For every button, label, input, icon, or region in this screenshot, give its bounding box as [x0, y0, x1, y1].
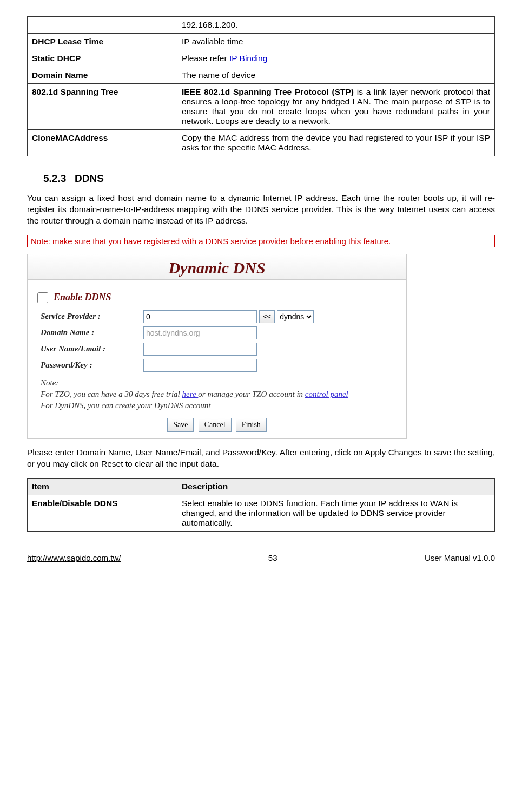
button-row: Save Cancel Finish	[35, 418, 399, 432]
footer-right: User Manual v1.0.0	[425, 553, 495, 562]
ddns-panel: Dynamic DNS Enable DDNS Service Provider…	[27, 254, 407, 439]
cell-item: 802.1d Spanning Tree	[28, 84, 177, 130]
table-row: 802.1d Spanning Tree IEEE 802.1d Spannin…	[28, 84, 495, 130]
input-password[interactable]	[143, 359, 257, 372]
input-user-name[interactable]	[143, 343, 257, 356]
page-footer: http://www.sapido.com.tw/ 53 User Manual…	[27, 553, 495, 562]
table-row: 192.168.1.200.	[28, 17, 495, 34]
section-paragraph-1: You can assign a fixed host and domain n…	[27, 193, 495, 227]
cancel-button[interactable]: Cancel	[199, 418, 232, 432]
text: Please refer	[182, 54, 229, 63]
cell-item: Domain Name	[28, 67, 177, 84]
section-heading: 5.2.3 DDNS	[43, 173, 495, 185]
ddns-description-table: Item Description Enable/Disable DDNS Sel…	[27, 478, 495, 532]
header-desc: Description	[177, 478, 495, 495]
section-paragraph-2: Please enter Domain Name, User Name/Emai…	[27, 447, 495, 470]
note-box: Note: make sure that you have registered…	[27, 235, 495, 247]
table-header-row: Item Description	[28, 478, 495, 495]
cell-desc: Copy the MAC address from the device you…	[177, 130, 495, 156]
here-link[interactable]: here	[182, 390, 199, 398]
table-row: Domain Name The name of device	[28, 67, 495, 84]
ddns-title-text: Dynamic DNS	[168, 259, 265, 277]
save-button[interactable]: Save	[167, 418, 194, 432]
config-table-top: 192.168.1.200. DHCP Lease Time IP avalia…	[27, 16, 495, 156]
ip-binding-link[interactable]: IP Binding	[229, 54, 267, 63]
table-row: DHCP Lease Time IP avaliable time	[28, 34, 495, 50]
label-service-provider: Service Provider :	[41, 312, 143, 321]
label-password: Password/Key :	[41, 361, 143, 370]
control-panel-link[interactable]: control panel	[305, 390, 348, 398]
cell-desc: The name of device	[177, 67, 495, 84]
input-service-provider[interactable]	[143, 310, 257, 323]
ddns-panel-body: Enable DDNS Service Provider : << dyndns…	[28, 280, 406, 438]
note-line1a: For TZO, you can have a 30 days free tri…	[41, 390, 182, 398]
section-number: 5.2.3	[43, 173, 66, 184]
row-user-name: User Name/Email :	[35, 343, 399, 356]
cell-desc: Select enable to use DDNS function. Each…	[177, 495, 495, 531]
section-title: DDNS	[75, 173, 104, 184]
cell-item: CloneMACAddress	[28, 130, 177, 156]
footer-page-number: 53	[268, 553, 277, 562]
text-bold: IEEE 802.1d Spanning Tree Protocol (STP)	[182, 87, 354, 96]
arrow-button[interactable]: <<	[259, 310, 275, 323]
cell-desc: IP avaliable time	[177, 34, 495, 50]
enable-ddns-label: Enable DDNS	[54, 292, 111, 303]
header-item: Item	[28, 478, 177, 495]
cell-item: Enable/Disable DDNS	[28, 495, 177, 531]
cell-desc: IEEE 802.1d Spanning Tree Protocol (STP)…	[177, 84, 495, 130]
cell-desc: Please refer IP Binding	[177, 50, 495, 67]
label-domain-name: Domain Name :	[41, 328, 143, 337]
label-user-name: User Name/Email :	[41, 344, 143, 353]
select-service-provider[interactable]: dyndns	[277, 310, 314, 323]
cell-item: Static DHCP	[28, 50, 177, 67]
table-row: Static DHCP Please refer IP Binding	[28, 50, 495, 67]
finish-button[interactable]: Finish	[236, 418, 267, 432]
enable-ddns-checkbox[interactable]	[37, 292, 48, 303]
cell-desc: 192.168.1.200.	[177, 17, 495, 34]
note-line1b: or manage your TZO account in	[198, 390, 305, 398]
row-service-provider: Service Provider : << dyndns	[35, 310, 399, 323]
cell-item	[28, 17, 177, 34]
note-line2: For DynDNS, you can create your DynDNS a…	[41, 401, 210, 410]
footer-url[interactable]: http://www.sapido.com.tw/	[27, 553, 121, 562]
ddns-panel-title: Dynamic DNS	[28, 254, 406, 280]
panel-note: Note: For TZO, you can have a 30 days fr…	[35, 377, 399, 411]
table-row: CloneMACAddress Copy the MAC address fro…	[28, 130, 495, 156]
row-password: Password/Key :	[35, 359, 399, 372]
cell-item: DHCP Lease Time	[28, 34, 177, 50]
table-row: Enable/Disable DDNS Select enable to use…	[28, 495, 495, 531]
enable-ddns-row: Enable DDNS	[35, 291, 399, 305]
input-domain-name[interactable]	[143, 326, 257, 339]
row-domain-name: Domain Name :	[35, 326, 399, 339]
note-label: Note:	[41, 378, 58, 387]
